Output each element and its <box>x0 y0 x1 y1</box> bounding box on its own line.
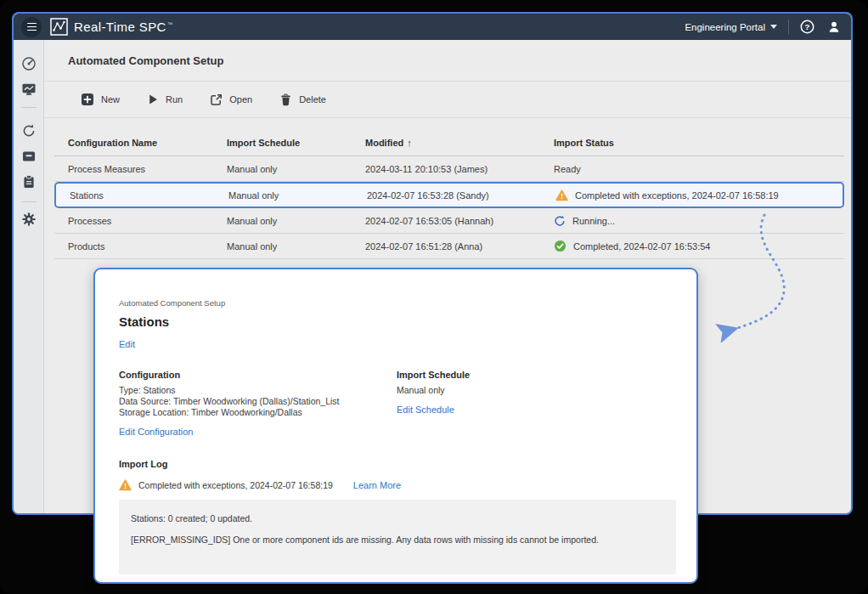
user-icon <box>827 20 841 34</box>
chevron-down-icon <box>770 25 777 29</box>
sort-ascending-icon: ↑ <box>407 138 412 148</box>
status-text: Completed with exceptions, 2024-02-07 16… <box>138 480 333 490</box>
app-header: Real-Time SPC™ Engineering Portal ? <box>14 14 851 40</box>
warning-icon <box>555 190 568 201</box>
help-button[interactable]: ? <box>800 20 814 34</box>
sidebar-item-settings[interactable] <box>21 212 37 227</box>
configuration-heading: Configuration <box>119 370 397 380</box>
settings-gear-icon <box>21 212 37 227</box>
warning-icon <box>119 479 132 491</box>
import-schedule-value: Manual only <box>397 385 470 396</box>
import-log-output: Stations: 0 created; 0 updated. [ERROR_M… <box>119 500 676 574</box>
config-table: Configuration Name Import Schedule Modif… <box>54 129 844 259</box>
panel-title: Stations <box>119 314 673 329</box>
column-header-import-status[interactable]: Import Status <box>554 138 844 148</box>
screenshot-frame: Real-Time SPC™ Engineering Portal ? <box>0 0 868 594</box>
toolbar: New Run Open <box>44 82 851 118</box>
edit-schedule-link[interactable]: Edit Schedule <box>397 404 454 415</box>
sidebar-divider <box>21 107 37 108</box>
import-schedule-heading: Import Schedule <box>397 370 470 380</box>
table-row-selected[interactable]: Stations Manual only 2024-02-07 16:53:28… <box>54 182 844 208</box>
configuration-storage-location: Storage Location: Timber Woodworking/Dal… <box>119 407 397 418</box>
configuration-section: Configuration Type: Stations Data Source… <box>119 370 397 438</box>
success-check-icon <box>554 240 566 252</box>
portal-label: Engineering Portal <box>685 22 765 32</box>
delete-button[interactable]: Delete <box>274 90 331 110</box>
edit-link[interactable]: Edit <box>119 339 135 349</box>
portal-selector[interactable]: Engineering Portal <box>685 22 777 32</box>
brand-title: Real-Time SPC™ <box>74 20 173 34</box>
page-title: Automated Component Setup <box>44 40 851 82</box>
status-text: Completed, 2024-02-07 16:53:54 <box>573 241 710 252</box>
import-log-status: Completed with exceptions, 2024-02-07 16… <box>119 479 673 491</box>
new-button[interactable]: New <box>76 89 125 110</box>
svg-text:?: ? <box>805 22 810 31</box>
status-text: Completed with exceptions, 2024-02-07 16… <box>575 190 779 201</box>
sidebar-item-storage[interactable] <box>21 149 37 164</box>
log-line: Stations: 0 created; 0 updated. <box>131 513 664 523</box>
column-header-configuration-name[interactable]: Configuration Name <box>54 138 227 148</box>
clipboard-icon <box>21 174 37 190</box>
sidebar-nav <box>14 40 44 513</box>
column-header-modified[interactable]: Modified↑ <box>365 138 554 148</box>
monitor-chart-icon <box>21 82 37 97</box>
status-text: Running... <box>572 216 615 226</box>
sidebar-item-monitoring[interactable] <box>21 82 37 97</box>
table-row[interactable]: Process Measures Manual only 2024-03-11 … <box>54 156 844 182</box>
learn-more-link[interactable]: Learn More <box>353 480 401 490</box>
import-log-heading: Import Log <box>119 459 673 469</box>
sidebar-item-dashboard[interactable] <box>21 56 37 71</box>
spc-chart-logo <box>50 18 68 36</box>
open-external-icon <box>210 93 223 106</box>
detail-panel: Automated Component Setup Stations Edit … <box>93 268 698 584</box>
trademark-mark: ™ <box>167 21 173 27</box>
panel-eyebrow: Automated Component Setup <box>119 298 673 308</box>
open-button[interactable]: Open <box>205 90 257 110</box>
edit-configuration-link[interactable]: Edit Configuration <box>119 427 193 437</box>
plus-icon <box>81 93 94 106</box>
sidebar-item-sync[interactable] <box>21 123 37 139</box>
sidebar-item-tasks[interactable] <box>21 174 37 190</box>
log-line: [ERROR_MISSING_IDS] One or more componen… <box>131 535 664 545</box>
archive-icon <box>21 149 37 164</box>
configuration-data-source: Data Source: Timber Woodworking (Dallas)… <box>119 396 397 407</box>
running-refresh-icon <box>554 215 566 227</box>
header-divider <box>788 20 789 34</box>
table-header-row: Configuration Name Import Schedule Modif… <box>54 129 844 156</box>
trash-icon <box>279 93 292 106</box>
user-button[interactable] <box>827 20 841 34</box>
sidebar-divider <box>21 201 37 202</box>
import-schedule-section: Import Schedule Manual only Edit Schedul… <box>397 370 470 438</box>
run-button[interactable]: Run <box>142 90 188 109</box>
table-row[interactable]: Products Manual only 2024-02-07 16:51:28… <box>54 234 844 259</box>
sync-icon <box>21 123 37 139</box>
configuration-type: Type: Stations <box>119 385 397 396</box>
help-icon: ? <box>800 20 814 34</box>
menu-button[interactable] <box>21 17 42 37</box>
gauge-icon <box>21 56 37 71</box>
play-icon <box>147 93 159 105</box>
status-text: Ready <box>554 164 581 174</box>
column-header-import-schedule[interactable]: Import Schedule <box>227 138 365 148</box>
table-row[interactable]: Processes Manual only 2024-02-07 16:53:0… <box>54 208 844 234</box>
